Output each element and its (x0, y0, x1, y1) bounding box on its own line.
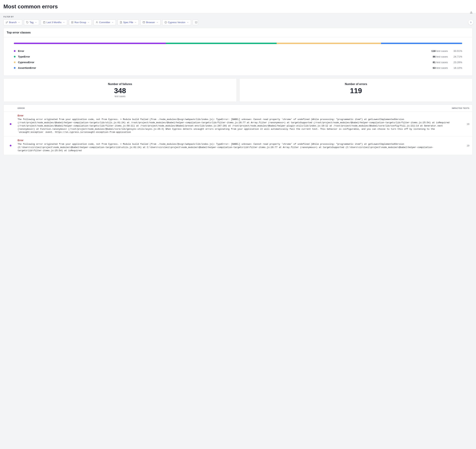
legend-suffix: test cases (436, 61, 448, 64)
scroll-right-button[interactable] (468, 20, 474, 25)
filter-cypress-version[interactable]: cy Cypress Version (162, 19, 191, 25)
chevron-down-icon (156, 21, 158, 23)
stat-failures: Number of failures 348 test cases (3, 78, 237, 102)
col-impacted: IMPACTED TESTS (452, 107, 469, 109)
svg-point-13 (97, 22, 97, 22)
browser-icon (143, 21, 145, 23)
legend-pct: 18.10% (450, 66, 462, 69)
chevron-down-icon (63, 21, 65, 23)
legend-row: TypeError 86test cases 24.71% (14, 54, 462, 59)
filter-label-text: Branch (9, 21, 17, 24)
stat-title: Number of failures (8, 83, 232, 86)
card-title: Top error classes (4, 28, 472, 37)
filter-label-text: Tag (29, 21, 34, 24)
stacked-bar-chart (14, 43, 462, 44)
svg-point-3 (6, 23, 7, 23)
legend-suffix: test cases (436, 66, 448, 69)
filter-label-text: Cypress Version (168, 21, 185, 24)
color-dot (10, 145, 11, 146)
filter-browser[interactable]: Browser (140, 19, 161, 25)
legend-count: 86 (433, 55, 436, 58)
legend-row: CypressError 81test cases 23.28% (14, 59, 462, 65)
stat-value: 119 (244, 87, 468, 95)
error-class-name: Error (17, 114, 458, 117)
error-message: The following error originated from your… (17, 118, 458, 134)
error-table: ERROR IMPACTED TESTS Error The following… (3, 105, 473, 155)
color-dot (14, 56, 16, 57)
svg-point-2 (7, 22, 8, 22)
filter-label-text: Run Group (75, 21, 86, 24)
legend-name: Error (18, 50, 429, 52)
color-dot (10, 123, 11, 125)
error-class-name: Error (17, 139, 458, 142)
impacted-count: 19 (461, 144, 469, 147)
legend-pct: 24.71% (450, 55, 462, 58)
chevron-down-icon (112, 21, 114, 23)
cypress-icon: cy (165, 21, 167, 23)
chevron-down-icon (134, 21, 137, 23)
chevron-down-icon (18, 21, 20, 23)
filter-date[interactable]: Last 3 Months (41, 19, 67, 25)
color-dot (14, 50, 16, 52)
color-dot (14, 67, 16, 69)
table-row[interactable]: Error The following error originated fro… (4, 112, 472, 136)
page-title: Most common errors (3, 3, 473, 10)
table-row[interactable]: Error The following error originated fro… (4, 136, 472, 155)
bar-segment-typeerror (166, 43, 277, 44)
branch-icon (6, 21, 8, 23)
filter-label-text: Spec File (123, 21, 133, 24)
legend-row: AssertionError 63test cases 18.10% (14, 65, 462, 71)
top-error-classes-card: Top error classes Error 118test cases 33… (3, 28, 473, 76)
filter-run-group[interactable]: Run Group (69, 19, 92, 25)
stat-value: 348 (8, 87, 232, 95)
legend-suffix: test cases (436, 55, 448, 58)
chevron-down-icon (187, 21, 189, 23)
tag-icon (26, 21, 29, 23)
stat-sub: test cases (8, 95, 232, 98)
col-error: ERROR (17, 107, 452, 109)
error-message: The following error originated from your… (17, 143, 458, 152)
chevron-down-icon (87, 21, 90, 23)
legend-name: CypressError (18, 61, 430, 64)
svg-text:cy: cy (165, 22, 166, 23)
filter-label-text: Last 3 Months (46, 21, 62, 24)
filter-label-text: Browser (146, 21, 155, 24)
chevron-down-icon (35, 21, 37, 23)
legend-suffix: test cases (436, 50, 448, 52)
download-icon[interactable] (470, 11, 473, 14)
file-icon (120, 21, 122, 23)
filter-label-text: Committer (99, 21, 110, 24)
bar-segment-assertionerror (381, 43, 462, 44)
chevron-right-icon (470, 21, 472, 24)
legend-count: 81 (433, 61, 436, 64)
legend-pct: 33.91% (450, 50, 462, 52)
group-icon (71, 21, 74, 23)
legend-pct: 23.28% (450, 61, 462, 64)
legend-name: TypeError (18, 55, 430, 58)
calendar-icon (43, 21, 46, 23)
color-dot (14, 62, 16, 63)
bar-segment-error (14, 43, 166, 44)
person-icon (96, 21, 98, 23)
filter-spec-file[interactable]: Spec File (118, 19, 139, 25)
legend-row: Error 118test cases 33.91% (14, 48, 462, 54)
legend-name: AssertionError (18, 66, 430, 69)
stat-errors: Number of errors 119 (239, 78, 473, 102)
svg-rect-14 (143, 22, 145, 23)
legend-count: 118 (431, 50, 436, 52)
svg-text:os: os (196, 22, 197, 23)
filter-os[interactable]: os (193, 20, 198, 25)
filter-committer[interactable]: Committer (93, 19, 116, 25)
filter-row: Branch Tag Last 3 Months Run Group Commi (3, 19, 473, 25)
svg-rect-5 (43, 22, 45, 23)
os-icon: os (195, 21, 197, 23)
filter-by-label: FILTER BY (3, 16, 473, 18)
impacted-count: 19 (461, 123, 469, 125)
filter-tag[interactable]: Tag (24, 19, 39, 25)
bar-segment-cypresserror (277, 43, 381, 44)
legend-count: 63 (433, 66, 436, 69)
filter-branch[interactable]: Branch (3, 19, 22, 25)
stat-title: Number of errors (244, 83, 468, 86)
